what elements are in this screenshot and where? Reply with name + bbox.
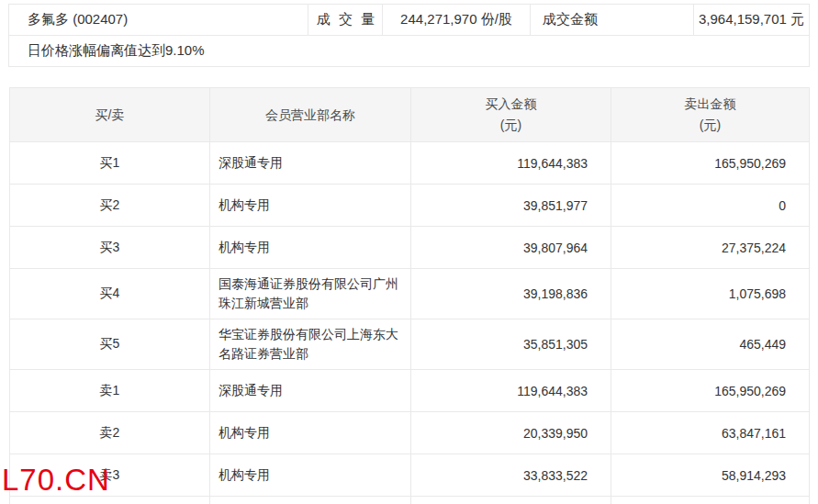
cell-sell-amount: 1,075,698 [611, 269, 810, 319]
cell-side: 卖3 [10, 454, 210, 497]
stock-info-row: 多氟多 (002407) 成交量 244,271,970 份/股 成交金额 3,… [9, 5, 810, 36]
volume-value: 244,271,970 份/股 [383, 5, 531, 36]
table-row: 卖3机构专用33,833,52258,914,293 [10, 454, 810, 497]
table-row: 买2机构专用39,851,9770 [10, 185, 810, 227]
stock-name-code: 多氟多 (002407) [9, 5, 308, 36]
column-header-sell: 卖出金额 (元) [611, 88, 810, 142]
column-header-sell-label: 卖出金额 [612, 94, 808, 115]
cell-side: 买5 [10, 319, 210, 370]
cell-sell-amount: 465,449 [611, 319, 810, 370]
cell-buy-amount: 39,807,964 [411, 227, 611, 269]
cell-sell-amount: 56,976,686 [611, 497, 810, 504]
table-row: 买5华宝证券股份有限公司上海东大名路证券营业部35,851,305465,449 [10, 319, 810, 370]
turnover-value: 3,964,159,701 元 [694, 5, 810, 36]
cell-sell-amount: 27,375,224 [611, 227, 810, 269]
cell-buy-amount: 119,644,383 [411, 370, 611, 412]
cell-buy-amount: 119,644,383 [411, 142, 611, 185]
cell-broker-name: 机构专用 [210, 227, 411, 269]
cell-broker-name: 深股通专用 [210, 370, 411, 412]
column-header-side: 买/卖 [10, 88, 210, 142]
table-header-row: 买/卖 会员营业部名称 买入金额 (元) 卖出金额 (元) [10, 88, 810, 142]
cell-sell-amount: 63,847,161 [611, 412, 810, 454]
broker-table: 买/卖 会员营业部名称 买入金额 (元) 卖出金额 (元) 买1深股通专用119… [9, 87, 810, 504]
cell-sell-amount: 0 [611, 185, 810, 227]
cell-buy-amount: 33,833,522 [411, 454, 611, 497]
cell-broker-name: 机构专用 [210, 497, 411, 504]
cell-buy-amount: 10,843,093 [411, 497, 611, 504]
table-row: 卖2机构专用20,339,95063,847,161 [10, 412, 810, 454]
cell-buy-amount: 35,851,305 [411, 319, 611, 370]
cell-side: 买1 [10, 142, 210, 185]
cell-sell-amount: 165,950,269 [611, 142, 810, 185]
table-row: 买4国泰海通证券股份有限公司广州珠江新城营业部39,198,8361,075,6… [10, 269, 810, 319]
cell-side: 卖2 [10, 412, 210, 454]
cell-sell-amount: 165,950,269 [611, 370, 810, 412]
cell-broker-name: 机构专用 [210, 185, 411, 227]
table-row: 买3机构专用39,807,96427,375,224 [10, 227, 810, 269]
cell-side: 买3 [10, 227, 210, 269]
cell-side: 买2 [10, 185, 210, 227]
page: 多氟多 (002407) 成交量 244,271,970 份/股 成交金额 3,… [0, 4, 818, 504]
cell-side: 卖4 [10, 497, 210, 504]
cell-broker-name: 机构专用 [210, 454, 411, 497]
table-row: 卖4机构专用10,843,09356,976,686 [10, 497, 810, 504]
table-row: 买1深股通专用119,644,383165,950,269 [10, 142, 810, 185]
cell-side: 买4 [10, 269, 210, 319]
cell-broker-name: 深股通专用 [210, 142, 411, 185]
stock-info-table: 多氟多 (002407) 成交量 244,271,970 份/股 成交金额 3,… [8, 4, 810, 67]
cell-buy-amount: 39,198,836 [411, 269, 611, 319]
cell-buy-amount: 39,851,977 [411, 185, 611, 227]
turnover-label: 成交金额 [531, 5, 694, 36]
cell-sell-amount: 58,914,293 [611, 454, 810, 497]
cell-broker-name: 国泰海通证券股份有限公司广州珠江新城营业部 [210, 269, 411, 319]
cell-broker-name: 华宝证券股份有限公司上海东大名路证券营业部 [210, 319, 411, 370]
column-header-broker: 会员营业部名称 [210, 88, 411, 142]
spacer [0, 67, 818, 87]
column-header-buy-label: 买入金额 [412, 94, 610, 115]
notice-row: 日价格涨幅偏离值达到9.10% [9, 36, 810, 67]
cell-buy-amount: 20,339,950 [411, 412, 611, 454]
column-header-sell-unit: (元) [612, 115, 808, 136]
cell-broker-name: 机构专用 [210, 412, 411, 454]
volume-label: 成交量 [308, 5, 383, 36]
table-row: 卖1深股通专用119,644,383165,950,269 [10, 370, 810, 412]
column-header-buy-unit: (元) [412, 115, 610, 136]
cell-side: 卖1 [10, 370, 210, 412]
deviation-notice: 日价格涨幅偏离值达到9.10% [9, 36, 810, 67]
column-header-buy: 买入金额 (元) [411, 88, 611, 142]
